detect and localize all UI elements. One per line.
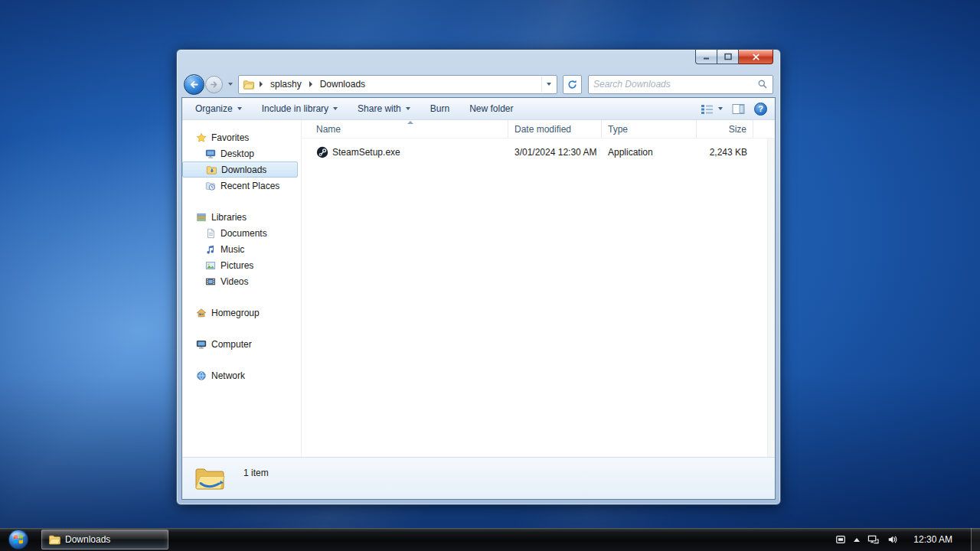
minimize-button[interactable] [695, 50, 717, 64]
forward-button[interactable] [205, 76, 223, 93]
help-icon: ? [754, 103, 767, 116]
sidebar-item-homegroup[interactable]: Homegroup [182, 305, 301, 321]
windows-logo-icon [8, 529, 29, 550]
refresh-icon [567, 79, 578, 90]
show-desktop-button[interactable] [971, 528, 980, 551]
libraries-icon [196, 212, 207, 223]
network-status-icon[interactable] [867, 534, 879, 546]
sort-ascending-icon [407, 121, 413, 124]
titlebar[interactable] [177, 50, 780, 71]
computer-icon [196, 339, 207, 350]
sidebar-group-favorites: Favorites Desktop Download [182, 129, 301, 194]
column-header-name[interactable]: Name [302, 120, 508, 138]
start-button[interactable] [8, 529, 29, 550]
sidebar-item-favorites[interactable]: Favorites [182, 129, 301, 145]
sidebar-group-network: Network [182, 367, 301, 383]
navigation-bar: splashy Downloads [177, 71, 780, 97]
sidebar-label: Network [211, 370, 245, 381]
sidebar-item-pictures[interactable]: Pictures [182, 257, 301, 273]
back-button[interactable] [184, 74, 204, 95]
network-globe-icon [196, 370, 207, 381]
breadcrumb-folder[interactable]: Downloads [318, 77, 368, 91]
system-tray: 12:30 AM [835, 528, 980, 551]
toolbar-right-icons: ? [701, 103, 767, 116]
sidebar-item-computer[interactable]: Computer [182, 336, 301, 352]
column-header-size[interactable]: Size [697, 120, 753, 138]
search-input[interactable] [593, 79, 757, 90]
chevron-down-icon [237, 107, 242, 110]
search-icon [757, 79, 768, 90]
taskbar-clock[interactable]: 12:30 AM [906, 528, 963, 551]
taskbar-app-downloads[interactable]: Downloads [41, 530, 168, 549]
file-row-steamsetup[interactable]: SteamSetup.exe 3/01/2024 12:30 AM Applic… [302, 144, 775, 160]
vertical-scrollbar[interactable] [767, 139, 775, 457]
downloads-folder-icon [206, 165, 217, 175]
sidebar-item-recent-places[interactable]: Recent Places [182, 178, 301, 194]
close-icon [752, 53, 760, 61]
file-date-cell: 3/01/2024 12:30 AM [508, 147, 602, 158]
sidebar-label: Computer [211, 339, 252, 350]
tray-app-icon[interactable] [835, 534, 846, 546]
sidebar-item-desktop[interactable]: Desktop [182, 145, 301, 161]
column-label: Date modified [514, 124, 571, 135]
favorites-star-icon [196, 132, 207, 143]
file-size-cell: 2,243 KB [697, 147, 753, 158]
include-in-library-label: Include in library [262, 103, 328, 114]
include-in-library-menu[interactable]: Include in library [255, 100, 345, 117]
column-header-type[interactable]: Type [602, 120, 697, 138]
help-button[interactable]: ? [754, 103, 767, 116]
explorer-window: splashy Downloads [176, 49, 781, 505]
recent-places-icon [205, 181, 216, 191]
column-headers: Name Date modified Type Size [302, 120, 775, 139]
new-folder-label: New folder [469, 103, 513, 114]
show-hidden-icons-button[interactable] [854, 538, 860, 542]
desktop: splashy Downloads [0, 0, 980, 551]
sidebar-item-downloads[interactable]: Downloads [182, 161, 298, 178]
sidebar-group-computer: Computer [182, 336, 301, 352]
share-with-menu[interactable]: Share with [351, 100, 417, 117]
chevron-down-icon [406, 107, 410, 110]
search-box[interactable] [588, 75, 773, 94]
forward-arrow-icon [209, 80, 219, 90]
organize-label: Organize [195, 103, 233, 114]
burn-button[interactable]: Burn [423, 100, 456, 117]
details-pane: 1 item [182, 457, 775, 499]
volume-icon[interactable] [887, 534, 898, 546]
folder-icon [48, 533, 60, 546]
sidebar-label: Music [220, 244, 244, 255]
sidebar-label: Desktop [220, 148, 254, 159]
sidebar-group-libraries: Libraries Documents Music [182, 209, 301, 289]
breadcrumb-separator-icon [309, 81, 312, 87]
share-with-label: Share with [358, 103, 401, 114]
new-folder-button[interactable]: New folder [462, 100, 520, 117]
organize-menu[interactable]: Organize [188, 100, 249, 117]
maximize-button[interactable] [717, 50, 739, 64]
sidebar-label: Homegroup [211, 308, 260, 318]
minimize-icon [702, 52, 711, 61]
preview-pane-button[interactable] [732, 103, 745, 115]
address-bar[interactable]: splashy Downloads [238, 75, 557, 94]
chevron-down-icon [547, 83, 551, 86]
sidebar-label: Pictures [220, 260, 253, 271]
sidebar-item-network[interactable]: Network [182, 367, 301, 383]
sidebar-item-documents[interactable]: Documents [182, 225, 301, 241]
refresh-button[interactable] [563, 75, 582, 94]
breadcrumb-user[interactable]: splashy [268, 77, 304, 91]
sidebar-item-libraries[interactable]: Libraries [182, 209, 301, 225]
videos-icon [205, 276, 216, 287]
file-list-pane: Name Date modified Type Size [302, 120, 775, 457]
column-label: Size [729, 124, 746, 135]
breadcrumb-separator-icon [260, 81, 263, 87]
sidebar-item-music[interactable]: Music [182, 241, 301, 257]
sidebar-item-videos[interactable]: Videos [182, 273, 301, 289]
item-count: 1 item [243, 468, 269, 478]
close-button[interactable] [739, 50, 773, 64]
recent-pages-dropdown[interactable] [228, 83, 233, 86]
column-header-date-modified[interactable]: Date modified [508, 120, 602, 138]
address-dropdown-button[interactable] [541, 77, 555, 93]
music-note-icon [205, 244, 216, 255]
change-view-button[interactable] [701, 103, 723, 115]
preview-pane-icon [732, 103, 745, 115]
maximize-icon [724, 52, 733, 61]
command-toolbar: Organize Include in library Share with B… [182, 98, 775, 120]
